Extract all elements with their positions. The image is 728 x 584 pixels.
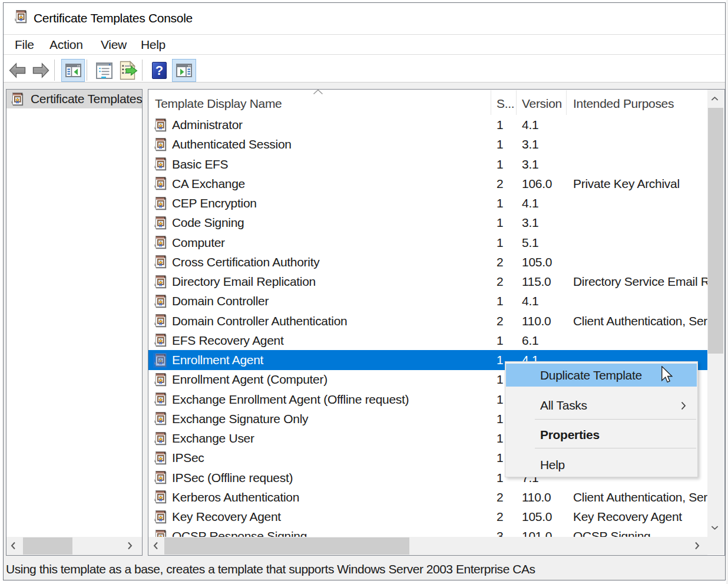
- svg-text:?: ?: [155, 63, 163, 78]
